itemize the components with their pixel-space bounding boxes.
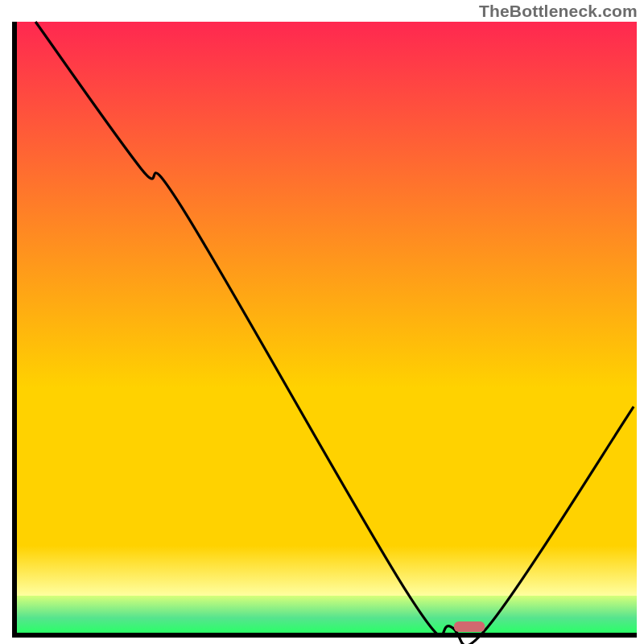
plot-background xyxy=(17,22,637,633)
bottleneck-chart xyxy=(0,0,644,644)
watermark-text: TheBottleneck.com xyxy=(479,2,638,21)
chart-stage: TheBottleneck.com xyxy=(0,0,644,644)
optimal-marker xyxy=(454,621,485,632)
axis-left xyxy=(12,22,17,638)
green-bottom-band xyxy=(17,596,637,633)
axis-bottom xyxy=(12,633,637,638)
pale-band xyxy=(17,546,637,596)
